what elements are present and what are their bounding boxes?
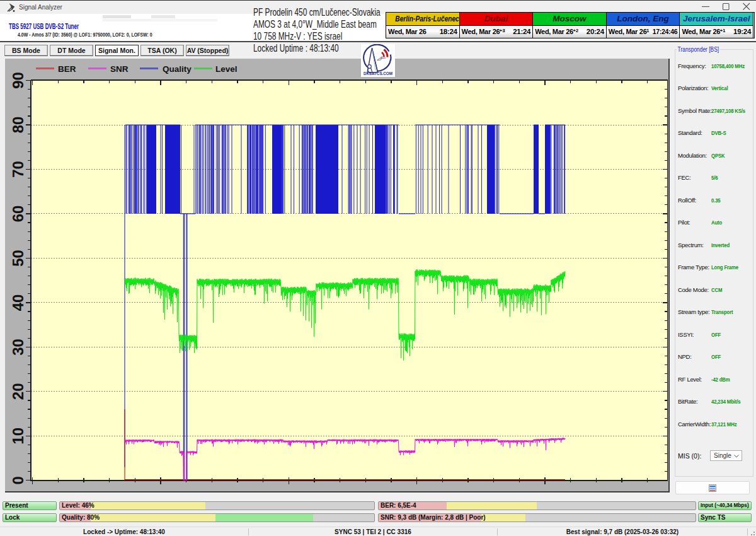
svg-text:0: 0 bbox=[9, 476, 26, 484]
svg-text:20: 20 bbox=[9, 383, 26, 400]
svg-text:DXSATCS.COM: DXSATCS.COM bbox=[364, 71, 392, 76]
svg-text:40: 40 bbox=[9, 294, 26, 312]
svg-text:10: 10 bbox=[9, 428, 26, 445]
svg-text:70: 70 bbox=[9, 161, 26, 178]
svg-text:Quality: Quality bbox=[163, 64, 192, 74]
svg-text:30: 30 bbox=[9, 339, 26, 356]
svg-text:50: 50 bbox=[9, 250, 26, 267]
svg-text:BER: BER bbox=[58, 64, 76, 74]
svg-text:Level: Level bbox=[215, 64, 238, 74]
svg-text:90: 90 bbox=[9, 72, 26, 89]
svg-text:60: 60 bbox=[9, 206, 26, 223]
svg-text:SNR: SNR bbox=[110, 64, 129, 74]
svg-text:80: 80 bbox=[9, 117, 26, 134]
